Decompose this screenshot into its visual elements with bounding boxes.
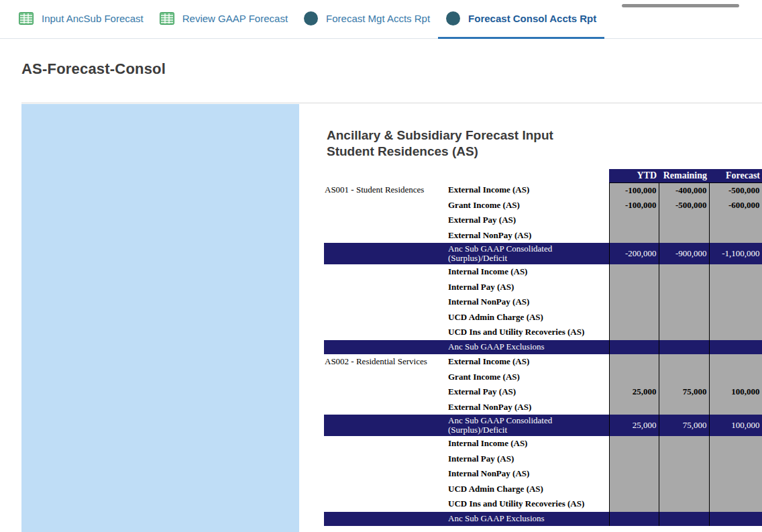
group-label bbox=[324, 451, 448, 467]
value-cell: 75,000 bbox=[659, 384, 709, 400]
group-label bbox=[324, 496, 448, 512]
report-data-row: Internal Income (AS) bbox=[324, 264, 762, 280]
row-label: Anc Sub GAAP Exclusions bbox=[448, 340, 609, 355]
row-label: External Income (AS) bbox=[448, 354, 609, 370]
value-cell bbox=[709, 213, 762, 228]
value-cell bbox=[709, 466, 762, 482]
horizontal-scrollbar-thumb[interactable] bbox=[622, 4, 739, 7]
group-label: AS001 - Student Residences bbox=[324, 182, 448, 198]
value-cell bbox=[659, 295, 709, 310]
value-cell bbox=[609, 264, 659, 280]
report-data-row: Internal Pay (AS) bbox=[324, 280, 762, 295]
value-cell bbox=[709, 436, 762, 451]
group-label bbox=[324, 466, 448, 482]
value-cell bbox=[609, 340, 659, 355]
report-data-row: UCD Admin Charge (AS) bbox=[324, 310, 762, 325]
tab-label: Review GAAP Forecast bbox=[182, 13, 288, 24]
group-label bbox=[324, 228, 448, 244]
group-label bbox=[324, 213, 448, 228]
column-header-forecast: Forecast bbox=[709, 169, 762, 182]
row-label: Internal Pay (AS) bbox=[448, 280, 609, 295]
row-label: Internal Income (AS) bbox=[448, 264, 609, 280]
row-label: Grant Income (AS) bbox=[448, 370, 609, 385]
content-divider bbox=[21, 103, 762, 103]
row-label: Anc Sub GAAP Exclusions bbox=[448, 512, 609, 527]
report-header: Ancillary & Subsidiary Forecast Input St… bbox=[327, 127, 762, 170]
value-cell bbox=[659, 512, 709, 527]
value-cell: 100,000 bbox=[709, 384, 762, 400]
report-data-row: External NonPay (AS) bbox=[324, 228, 762, 244]
report-data-row: External Pay (AS)25,00075,000100,000 bbox=[324, 384, 762, 400]
tab-forecast-mgt-accts-rpt[interactable]: Forecast Mgt Accts Rpt bbox=[296, 0, 438, 39]
group-label bbox=[324, 325, 448, 340]
group-label bbox=[324, 264, 448, 280]
row-label: Internal NonPay (AS) bbox=[448, 295, 609, 310]
value-cell bbox=[659, 400, 709, 415]
spreadsheet-icon bbox=[160, 12, 174, 25]
row-label: Internal NonPay (AS) bbox=[448, 466, 609, 482]
value-cell: -100,000 bbox=[609, 198, 659, 213]
group-label bbox=[324, 384, 448, 400]
value-cell bbox=[609, 228, 659, 244]
value-cell bbox=[659, 280, 709, 295]
row-label: UCD Admin Charge (AS) bbox=[448, 482, 609, 497]
value-cell: 100,000 bbox=[709, 415, 762, 436]
report-side-panel bbox=[21, 104, 299, 532]
row-label: External NonPay (AS) bbox=[448, 228, 609, 244]
value-cell bbox=[659, 370, 709, 385]
value-cell bbox=[709, 310, 762, 325]
value-cell bbox=[709, 325, 762, 340]
value-cell bbox=[609, 482, 659, 497]
tab-input-ancsub-forecast[interactable]: Input AncSub Forecast bbox=[11, 0, 152, 39]
value-cell bbox=[659, 228, 709, 244]
value-cell bbox=[709, 280, 762, 295]
value-cell bbox=[659, 436, 709, 451]
value-cell bbox=[609, 310, 659, 325]
value-cell bbox=[659, 482, 709, 497]
row-label: Grant Income (AS) bbox=[448, 198, 609, 213]
circle-icon bbox=[304, 11, 318, 25]
value-cell bbox=[609, 295, 659, 310]
row-label: Internal Income (AS) bbox=[448, 436, 609, 451]
group-label bbox=[324, 415, 448, 436]
report-data-row: Grant Income (AS)-100,000-500,000-600,00… bbox=[324, 198, 762, 213]
value-cell bbox=[709, 482, 762, 497]
value-cell bbox=[709, 451, 762, 467]
value-cell bbox=[609, 325, 659, 340]
row-label: External Pay (AS) bbox=[448, 384, 609, 400]
report-title-line2: Student Residences (AS) bbox=[327, 144, 762, 160]
value-cell: -500,000 bbox=[659, 198, 709, 213]
group-label bbox=[324, 482, 448, 497]
tab-review-gaap-forecast[interactable]: Review GAAP Forecast bbox=[152, 0, 296, 39]
value-cell bbox=[659, 310, 709, 325]
report-total-row: Anc Sub GAAP Exclusions bbox=[324, 340, 762, 355]
tab-label: Input AncSub Forecast bbox=[42, 13, 144, 24]
row-label: UCD Ins and Utility Recoveries (AS) bbox=[448, 325, 609, 340]
value-cell bbox=[609, 400, 659, 415]
value-cell bbox=[709, 512, 762, 527]
header-spacer bbox=[324, 169, 609, 182]
group-label bbox=[324, 310, 448, 325]
report-data-row: Internal NonPay (AS) bbox=[324, 295, 762, 310]
value-cell bbox=[659, 466, 709, 482]
value-cell: -1,100,000 bbox=[709, 243, 762, 264]
group-label bbox=[324, 280, 448, 295]
report-total-row: Anc Sub GAAP Consolidated (Surplus)/Defi… bbox=[324, 243, 762, 264]
value-cell bbox=[659, 325, 709, 340]
value-cell bbox=[709, 340, 762, 355]
row-label: External NonPay (AS) bbox=[448, 400, 609, 415]
value-cell bbox=[709, 295, 762, 310]
group-label bbox=[324, 340, 448, 355]
value-cell: -100,000 bbox=[609, 182, 659, 198]
row-label: Internal Pay (AS) bbox=[448, 451, 609, 467]
value-cell bbox=[609, 512, 659, 527]
value-cell bbox=[709, 496, 762, 512]
forecast-report-table: YTD Remaining Forecast AS001 - Student R… bbox=[324, 169, 762, 526]
value-cell: 25,000 bbox=[609, 384, 659, 400]
value-cell: -400,000 bbox=[659, 182, 709, 198]
tab-forecast-consol-accts-rpt[interactable]: Forecast Consol Accts Rpt bbox=[438, 0, 604, 39]
report-data-row: AS001 - Student ResidencesExternal Incom… bbox=[324, 182, 762, 198]
report-total-row: Anc Sub GAAP Consolidated (Surplus)/Defi… bbox=[324, 415, 762, 436]
value-cell bbox=[659, 496, 709, 512]
spreadsheet-icon bbox=[19, 12, 34, 25]
